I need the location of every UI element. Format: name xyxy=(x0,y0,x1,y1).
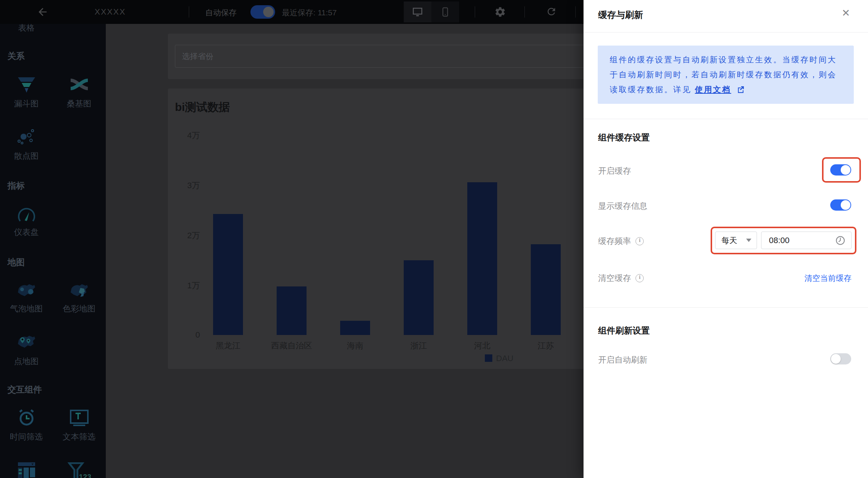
sidebar-item-numeric-filter[interactable]: 123 xyxy=(53,462,105,478)
enable-cache-toggle[interactable] xyxy=(830,164,851,176)
mobile-icon xyxy=(440,6,451,18)
bar-河北 xyxy=(467,182,497,335)
sidebar-item-bubble-map[interactable] xyxy=(0,283,53,299)
sidebar-section-map: 地图 xyxy=(7,257,25,268)
legend-label[interactable]: DAU xyxy=(496,354,513,363)
sidebar-section-indicator: 指标 xyxy=(7,180,25,192)
dashboard-title: XXXXX xyxy=(95,7,126,17)
frequency-time-input[interactable]: 08:00 xyxy=(761,232,852,249)
sidebar-item-point-map[interactable] xyxy=(0,333,53,351)
auto-refresh-toggle[interactable] xyxy=(830,353,851,364)
auto-refresh-label: 开启自动刷新 xyxy=(598,354,647,366)
sidebar-item-list-filter[interactable] xyxy=(0,462,53,478)
gear-icon[interactable] xyxy=(494,6,506,18)
sidebar-item-sankey-label[interactable]: 桑基图 xyxy=(53,98,105,109)
y-axis-tick: 3万 xyxy=(174,180,200,191)
bar-chart: 01万2万3万4万黑龙江西藏自治区海南浙江河北江苏DAU xyxy=(168,89,584,369)
component-sidebar: 表格 关系 漏斗图 桑基图 xyxy=(0,24,106,478)
sidebar-item-scatter[interactable] xyxy=(0,128,53,145)
divider xyxy=(584,307,868,308)
y-axis-tick: 2万 xyxy=(174,230,200,241)
autosave-label: 自动保存 xyxy=(205,7,237,18)
clear-cache-label: 清空缓存 xyxy=(598,273,644,284)
divider xyxy=(475,6,475,18)
sidebar-item-text-filter[interactable] xyxy=(53,409,105,426)
sidebar-item-time-filter-label[interactable]: 时间筛选 xyxy=(0,431,53,443)
x-axis-label: 浙江 xyxy=(387,340,450,351)
sidebar-item-color-map[interactable] xyxy=(53,283,105,299)
sidebar-item-gauge[interactable] xyxy=(0,206,53,224)
sidebar-item-table-label[interactable]: 表格 xyxy=(0,24,53,34)
desktop-icon xyxy=(411,6,424,18)
sidebar-item-scatter-label[interactable]: 散点图 xyxy=(0,150,53,162)
y-axis-tick: 0 xyxy=(174,330,200,340)
frequency-time-value: 08:00 xyxy=(769,236,835,245)
sidebar-item-sankey[interactable] xyxy=(53,77,105,94)
divider xyxy=(189,6,189,18)
close-icon[interactable]: ✕ xyxy=(841,8,850,18)
time-filter-icon xyxy=(17,409,36,426)
sidebar-item-point-map-label[interactable]: 点地图 xyxy=(0,356,53,367)
point-map-icon xyxy=(16,333,37,351)
autosave-toggle[interactable] xyxy=(250,5,275,19)
cache-frequency-label: 缓存频率 xyxy=(598,236,644,247)
docs-link[interactable]: 使用文档 xyxy=(695,85,731,94)
frequency-select[interactable]: 每天 xyxy=(715,232,757,249)
y-axis-tick: 4万 xyxy=(174,130,200,141)
sidebar-item-funnel[interactable] xyxy=(0,77,53,94)
divider xyxy=(524,6,525,18)
mobile-view-button[interactable] xyxy=(431,1,459,22)
bar-江苏 xyxy=(531,244,561,335)
color-map-icon xyxy=(69,283,89,299)
top-bar: XXXXX 自动保存 最近保存: 11:57 xyxy=(0,0,584,24)
sidebar-item-funnel-label[interactable]: 漏斗图 xyxy=(0,98,53,109)
bi-dashboard-app: XXXXX 自动保存 最近保存: 11:57 表格 关系 xyxy=(0,0,868,478)
divider xyxy=(584,119,868,119)
funnel-chart-icon xyxy=(17,77,36,94)
drawer-title: 缓存与刷新 xyxy=(598,9,643,21)
cache-info-banner: 组件的缓存设置与自动刷新设置独立生效。当缓存时间大于自动刷新时间时，若自动刷新时… xyxy=(598,46,854,104)
enable-cache-label: 开启缓存 xyxy=(598,165,631,177)
external-link-icon[interactable] xyxy=(737,86,745,93)
scatter-chart-icon xyxy=(17,128,36,145)
show-cache-info-label: 显示缓存信息 xyxy=(598,201,647,212)
chevron-down-icon xyxy=(746,239,751,242)
bar-黑龙江 xyxy=(213,214,243,335)
sidebar-item-time-filter[interactable] xyxy=(0,409,53,426)
x-axis-label: 海南 xyxy=(323,340,387,351)
text-filter-icon xyxy=(70,409,89,426)
gauge-chart-icon xyxy=(17,206,36,224)
clear-current-cache-link[interactable]: 清空当前缓存 xyxy=(804,273,852,283)
sankey-chart-icon xyxy=(70,77,89,94)
legend-swatch xyxy=(485,354,492,362)
last-saved-text: 最近保存: 11:57 xyxy=(282,7,337,18)
province-filter-input[interactable]: 选择省份 xyxy=(175,45,584,68)
show-cache-info-toggle[interactable] xyxy=(830,199,851,211)
clock-icon xyxy=(835,236,845,245)
divider xyxy=(575,6,576,18)
bar-西藏自治区 xyxy=(277,286,307,335)
info-icon[interactable] xyxy=(635,237,644,245)
bar-浙江 xyxy=(404,260,434,335)
cache-refresh-drawer: 缓存与刷新 ✕ 组件的缓存设置与自动刷新设置独立生效。当缓存时间大于自动刷新时间… xyxy=(584,0,868,478)
sidebar-item-color-map-label[interactable]: 色彩地图 xyxy=(53,303,105,314)
sidebar-section-relation: 关系 xyxy=(7,50,25,62)
x-axis-label: 西藏自治区 xyxy=(260,340,323,351)
cache-section-title: 组件缓存设置 xyxy=(598,132,650,143)
list-filter-icon xyxy=(17,462,36,478)
province-filter-placeholder: 选择省份 xyxy=(182,51,213,62)
sidebar-item-text-filter-label[interactable]: 文本筛选 xyxy=(53,431,105,443)
info-icon[interactable] xyxy=(635,274,644,282)
frequency-value: 每天 xyxy=(721,235,746,246)
province-filter-card: 选择省份 xyxy=(168,34,584,79)
y-axis-tick: 1万 xyxy=(174,280,200,291)
refresh-icon[interactable] xyxy=(546,6,557,17)
x-axis-label: 江苏 xyxy=(514,340,578,351)
sidebar-item-gauge-label[interactable]: 仪表盘 xyxy=(0,227,53,238)
numeric-filter-icon: 123 xyxy=(68,462,91,478)
sidebar-section-interactive: 交互组件 xyxy=(7,384,42,395)
toggle-knob xyxy=(263,7,274,17)
desktop-view-button[interactable] xyxy=(404,1,431,22)
back-icon[interactable] xyxy=(37,6,49,18)
sidebar-item-bubble-map-label[interactable]: 气泡地图 xyxy=(0,303,53,314)
